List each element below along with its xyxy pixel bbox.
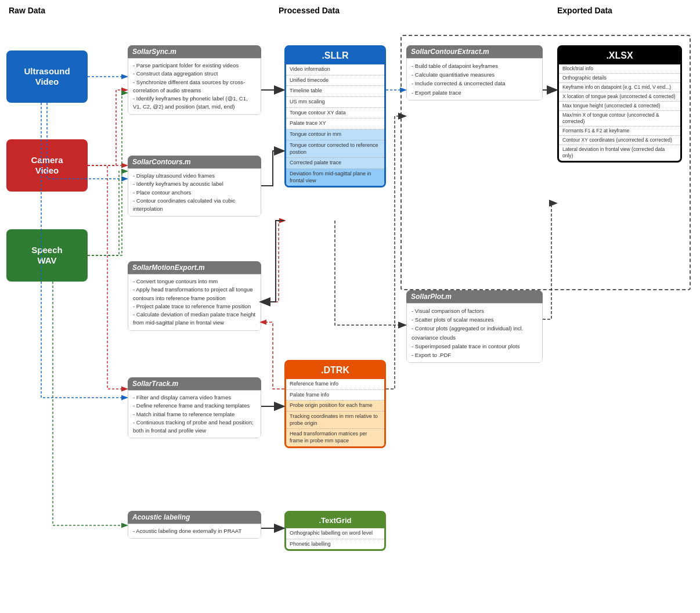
exported-data-header: Exported Data — [557, 6, 612, 15]
dtrk-items: Reference frame info Palate frame info P… — [286, 379, 384, 446]
sllr-item-8: Tongue contour corrected to reference po… — [286, 140, 384, 158]
camera-label: CameraVideo — [31, 155, 63, 176]
sollar-track-content: - Filter and display camera video frames… — [128, 390, 261, 438]
sllr-item-10: Deviation from mid-sagittal plane in fro… — [286, 169, 384, 186]
track-item-2: - Define reference frame and tracking te… — [133, 402, 256, 410]
textgrid-items: Orthographic labelling on word level Pho… — [286, 528, 384, 549]
sllr-output-box: .SLLR Video information Unified timecode… — [284, 45, 386, 187]
motion-item-2: - Apply head transformations to project … — [133, 286, 256, 302]
dtrk-item-4: Tracking coordinates in mm relative to p… — [286, 412, 384, 429]
contour-item-3: - Place contour anchors — [133, 189, 256, 197]
plot-item-4: - Superimposed palate trace in contour p… — [412, 342, 537, 351]
contour-item-1: - Display ultrasound video frames — [133, 172, 256, 180]
speech-wav-box: SpeechWAV — [6, 229, 88, 282]
dtrk-title: .DTRK — [286, 362, 384, 379]
sllr-item-7: Tongue contour in mm — [286, 129, 384, 140]
textgrid-title: .TextGrid — [286, 513, 384, 528]
sollar-contours-content: - Display ultrasound video frames - Iden… — [128, 168, 261, 217]
xlsx-item-4: X location of tongue peak (uncorrected &… — [559, 92, 680, 102]
xlsx-item-3: Keyframe info on datapoint (e.g. C1 mid,… — [559, 83, 680, 92]
plot-item-3: - Contour plots (aggregated or individua… — [412, 324, 537, 341]
sollar-plot-content: - Visual comparison of factors - Scatter… — [406, 303, 543, 363]
sync-item-4: - Identify keyframes by phonetic label (… — [133, 95, 256, 111]
textgrid-item-1: Orthographic labelling on word level — [286, 528, 384, 539]
sollar-sync-content: - Parse participant folder for existing … — [128, 58, 261, 115]
sollar-plot-module: SollarPlot.m - Visual comparison of fact… — [406, 290, 543, 363]
motion-item-1: - Convert tongue contours into mm — [133, 277, 256, 286]
track-item-3: - Match initial frame to reference templ… — [133, 410, 256, 419]
processed-data-header: Processed Data — [279, 6, 340, 15]
xlsx-item-1: Block/trial info — [559, 64, 680, 74]
acoustic-labeling-content: - Acoustic labeling done externally in P… — [128, 524, 261, 539]
sllr-item-3: Timeline table — [286, 86, 384, 97]
sollar-track-module: SollarTrack.m - Filter and display camer… — [128, 377, 261, 438]
sllr-item-5: Tongue contour XY data — [286, 108, 384, 119]
xlsx-title: .XLSX — [559, 47, 680, 64]
plot-item-5: - Export to .PDF — [412, 351, 537, 359]
dtrk-item-5: Head transformation matrices per frame i… — [286, 429, 384, 446]
camera-video-box: CameraVideo — [6, 139, 88, 192]
sollar-sync-module: SollarSync.m - Parse participant folder … — [128, 45, 261, 115]
xlsx-items: Block/trial info Orthographic details Ke… — [559, 64, 680, 161]
sync-item-1: - Parse participant folder for existing … — [133, 62, 256, 70]
xlsx-item-5: Max tongue height (uncorrected & correct… — [559, 102, 680, 111]
plot-item-2: - Scatter plots of scalar measures — [412, 315, 537, 324]
sollar-track-title: SollarTrack.m — [128, 377, 261, 390]
sllr-item-4: US mm scaling — [286, 97, 384, 108]
sllr-items: Video information Unified timecode Timel… — [286, 64, 384, 186]
xlsx-item-2: Orthographic details — [559, 74, 680, 83]
sllr-item-9: Corrected palate trace — [286, 158, 384, 169]
track-item-1: - Filter and display camera video frames — [133, 394, 256, 402]
sllr-item-2: Unified timecode — [286, 75, 384, 86]
contour-item-2: - Identify keyframes by acoustic label — [133, 180, 256, 188]
motion-item-4: - Calculate deviation of median palate t… — [133, 311, 256, 327]
xlsx-item-9: Lateral deviation in frontal view (corre… — [559, 145, 680, 160]
textgrid-item-2: Phonetic labelling — [286, 539, 384, 550]
sollar-motion-title: SollarMotionExport.m — [128, 261, 261, 274]
sollar-motion-module: SollarMotionExport.m - Convert tongue co… — [128, 261, 261, 331]
sollar-motion-content: - Convert tongue contours into mm - Appl… — [128, 274, 261, 331]
sollar-contours-module: SollarContours.m - Display ultrasound vi… — [128, 156, 261, 217]
speech-label: SpeechWAV — [31, 245, 62, 266]
sollar-contours-title: SollarContours.m — [128, 156, 261, 168]
xlsx-item-8: Contour XY coordinates (uncorrected & co… — [559, 136, 680, 145]
motion-item-3: - Project palate trace to reference fram… — [133, 302, 256, 311]
plot-item-1: - Visual comparison of factors — [412, 306, 537, 315]
acoustic-labeling-title: Acoustic labeling — [128, 511, 261, 524]
acoustic-item-1: - Acoustic labeling done externally in P… — [133, 527, 256, 535]
xlsx-item-6: Max/min X of tongue contour (uncorrected… — [559, 111, 680, 127]
sollar-plot-title: SollarPlot.m — [406, 290, 543, 303]
dtrk-output-box: .DTRK Reference frame info Palate frame … — [284, 360, 386, 448]
dtrk-item-2: Palate frame info — [286, 390, 384, 401]
sollar-sync-title: SollarSync.m — [128, 45, 261, 58]
xlsx-output-box: .XLSX Block/trial info Orthographic deta… — [557, 45, 682, 163]
sync-item-2: - Construct data aggregation struct — [133, 70, 256, 78]
xlsx-item-7: Formants F1 & F2 at keyframe — [559, 127, 680, 136]
sllr-title: .SLLR — [286, 47, 384, 64]
sync-item-3: - Synchronize different data sources by … — [133, 78, 256, 95]
ultrasound-video-box: Ultrasound Video — [6, 51, 88, 103]
raw-data-header: Raw Data — [9, 6, 45, 15]
diagram-container: Raw Data Processed Data Exported Data Ul… — [0, 0, 700, 613]
acoustic-labeling-module: Acoustic labeling - Acoustic labeling do… — [128, 511, 261, 539]
textgrid-output-box: .TextGrid Orthographic labelling on word… — [284, 511, 386, 551]
contour-item-4: - Contour coordinates calculated via cub… — [133, 197, 256, 214]
dtrk-item-3: Probe origin position for each frame — [286, 401, 384, 412]
sllr-item-1: Video information — [286, 64, 384, 75]
track-item-4: - Continuous tracking of probe and head … — [133, 419, 256, 435]
sllr-item-6: Palate trace XY — [286, 118, 384, 129]
ultrasound-label: Ultrasound Video — [24, 66, 70, 87]
dtrk-item-1: Reference frame info — [286, 379, 384, 390]
